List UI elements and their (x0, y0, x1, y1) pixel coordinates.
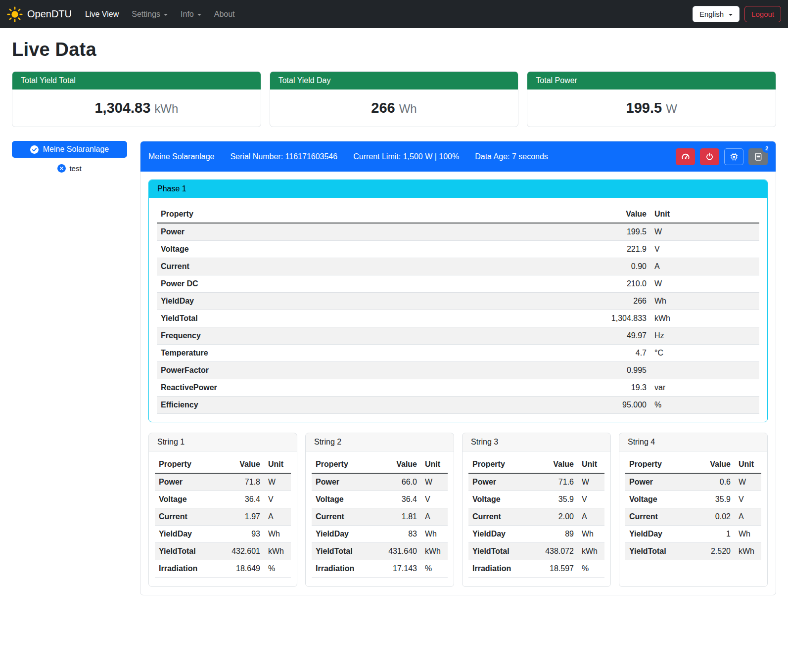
table-row: ReactivePower19.3var (157, 379, 759, 397)
table-row: Voltage221.9V (157, 241, 759, 258)
value-cell: 35.9 (530, 491, 578, 508)
value-cell: 1 (692, 526, 735, 543)
property-cell: Temperature (157, 345, 452, 362)
table-row: Irradiation17.143% (312, 560, 448, 578)
value-cell: 2.520 (692, 543, 735, 560)
brand[interactable]: OpenDTU (7, 6, 72, 22)
string-card-header: String 1 (149, 433, 297, 451)
nav-item-label: Settings (132, 10, 160, 19)
table-row: Irradiation18.649% (155, 560, 291, 578)
property-cell: YieldTotal (312, 543, 373, 560)
string-table: Property Value Unit Power71.8WVoltage36.… (155, 456, 291, 578)
nav-item-settings[interactable]: Settings (125, 6, 174, 23)
table-row: Efficiency95.000% (157, 397, 759, 414)
unit-cell: var (650, 379, 759, 397)
unit-cell: kWh (735, 543, 761, 560)
unit-cell: kWh (578, 543, 604, 560)
unit-cell: V (421, 491, 448, 508)
property-cell: Power (157, 223, 452, 241)
event-log-button[interactable]: 2 (748, 148, 768, 165)
inverter-serial: Serial Number: 116171603546 (230, 152, 337, 161)
property-cell: YieldTotal (625, 543, 692, 560)
unit-cell: A (264, 508, 291, 526)
value-cell: 266 (452, 293, 650, 310)
table-row: Voltage36.4V (155, 491, 291, 508)
string-table: Property Value Unit Power71.6WVoltage35.… (468, 456, 604, 578)
limit-settings-button[interactable] (676, 148, 695, 165)
unit-cell: V (264, 491, 291, 508)
summary-card-value: 199.5 (626, 100, 662, 116)
chevron-down-icon (164, 14, 168, 16)
nav-item-info[interactable]: Info (174, 6, 208, 23)
unit-cell: V (578, 491, 604, 508)
column-header-value: Value (216, 456, 264, 473)
table-row: PowerFactor0.995 (157, 362, 759, 379)
unit-cell: V (650, 241, 759, 258)
value-cell: 2.00 (530, 508, 578, 526)
nav-item-live-view[interactable]: Live View (79, 6, 125, 23)
property-cell: Power (625, 473, 692, 491)
table-row: Voltage35.9V (625, 491, 761, 508)
property-cell: Power (468, 473, 530, 491)
logout-button[interactable]: Logout (744, 6, 781, 22)
property-cell: PowerFactor (157, 362, 452, 379)
value-cell: 18.597 (530, 560, 578, 578)
property-cell: ReactivePower (157, 379, 452, 397)
table-row: Power199.5W (157, 223, 759, 241)
unit-cell: A (650, 258, 759, 275)
nav-item-about[interactable]: About (208, 6, 241, 23)
property-cell: Power (312, 473, 373, 491)
table-row: Current2.00A (468, 508, 604, 526)
inverter-select-button[interactable]: Meine Solaranlage (12, 141, 127, 158)
table-header-row: Property Value Unit (157, 206, 759, 223)
unit-cell: kWh (421, 543, 448, 560)
page-title: Live Data (12, 39, 776, 60)
unit-cell: W (650, 223, 759, 241)
string-table: Property Value Unit Power0.6WVoltage35.9… (625, 456, 761, 560)
table-row: Voltage36.4V (312, 491, 448, 508)
power-button[interactable] (700, 148, 719, 165)
sidebar-item-test[interactable]: test (12, 164, 127, 173)
event-count-badge: 2 (762, 144, 771, 153)
unit-cell: A (578, 508, 604, 526)
summary-card-total-power: Total Power 199.5W (527, 71, 776, 127)
device-info-button[interactable] (724, 148, 743, 165)
property-cell: Current (468, 508, 530, 526)
unit-cell: % (578, 560, 604, 578)
column-header-property: Property (157, 206, 452, 223)
table-row: Power66.0W (312, 473, 448, 491)
unit-cell: kWh (264, 543, 291, 560)
property-cell: Efficiency (157, 397, 452, 414)
language-selected-value: English (699, 10, 724, 18)
string-card-header: String 3 (463, 433, 610, 451)
property-cell: Voltage (155, 491, 216, 508)
column-header-property: Property (155, 456, 216, 473)
x-circle-icon[interactable] (57, 164, 66, 173)
property-cell: Current (625, 508, 692, 526)
value-cell: 35.9 (692, 491, 735, 508)
sidebar-item-label: test (69, 164, 81, 173)
table-header-row: Property Value Unit (625, 456, 761, 473)
summary-card-unit: W (666, 102, 677, 115)
inverter-card-body: Phase 1 Property Value Unit Power199.5WV… (140, 172, 776, 595)
inverter-card: Meine Solaranlage Serial Number: 1161716… (140, 141, 776, 595)
property-cell: YieldDay (157, 293, 452, 310)
property-cell: Current (312, 508, 373, 526)
unit-cell: Hz (650, 327, 759, 345)
summary-card-total-yield-total: Total Yield Total 1,304.83kWh (12, 71, 261, 127)
value-cell: 221.9 (452, 241, 650, 258)
table-row: Power0.6W (625, 473, 761, 491)
column-header-unit: Unit (421, 456, 448, 473)
value-cell: 210.0 (452, 275, 650, 293)
table-row: YieldTotal438.072kWh (468, 543, 604, 560)
property-cell: Irradiation (468, 560, 530, 578)
value-cell: 199.5 (452, 223, 650, 241)
property-cell: YieldDay (625, 526, 692, 543)
page-container: Live Data Total Yield Total 1,304.83kWh … (0, 28, 788, 610)
unit-cell: W (578, 473, 604, 491)
string-card-3: String 3 Property Value Unit (462, 433, 611, 587)
language-select[interactable]: English (693, 6, 740, 22)
value-cell: 71.6 (530, 473, 578, 491)
property-cell: YieldTotal (157, 310, 452, 327)
table-header-row: Property Value Unit (468, 456, 604, 473)
